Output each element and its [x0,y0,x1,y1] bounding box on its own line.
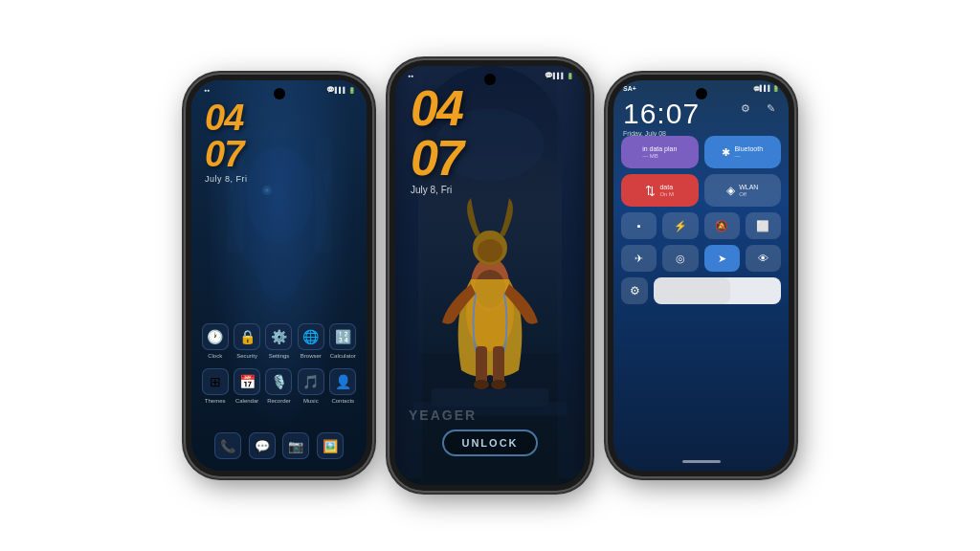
svg-rect-3 [315,138,332,253]
phone-1: ●● 💬 ▌▌▌ 🔋 04 07 July 8, Fri [186,75,372,476]
p3-screenshot-tile[interactable]: ⬜ [746,212,781,239]
bluetooth-icon: ✱ [722,146,730,159]
calendar-label: Calendar [235,398,258,404]
phone-3-screen: SA+ 💬 ▌▌▌ 🔋 16:07 Friday, July 08 ⚙ ✎ [613,80,789,471]
browser-label: Browser [301,353,322,359]
p2-date: July 8, Fri [411,185,462,195]
camera-indicator: ●● [203,86,211,94]
p3-small-row-2: ✈ ◎ ➤ 👁 [621,245,781,272]
browser-icon: 🌐 [298,323,324,350]
wifi-icon: ◈ [726,184,735,197]
p2-unlock-button[interactable]: UNLOCK [442,430,538,456]
p3-status-bar: SA+ 💬 ▌▌▌ 🔋 [613,84,789,92]
contacts-icon: 👤 [329,368,356,395]
p3-bluetooth-label: Bluetooth [734,145,763,153]
p2-camera-indicator: ●● [407,72,414,79]
p2-status-bar: ●● 💬 ▌▌▌ 🔋 [395,72,585,79]
p3-location-tile[interactable]: ➤ [704,245,740,272]
p3-square-icon-tile[interactable]: ▪ [621,212,657,239]
signal-icon: ▌▌▌ [337,86,345,94]
p3-brightness-fill [654,277,730,304]
p1-app-themes[interactable]: ⊞ Themes [202,368,229,404]
p1-app-calculator[interactable]: 🔢 Calculator [329,323,356,359]
clock-label: Clock [208,353,222,359]
p3-wlan-tile[interactable]: ◈ WLAN Off [704,174,782,207]
recorder-label: Recorder [267,398,291,404]
dock-phone-icon[interactable]: 📞 [214,432,241,459]
p1-app-music[interactable]: 🎵 Music [298,368,324,404]
p3-wlan-sublabel: Off [739,191,758,197]
p3-flashlight-tile[interactable]: ⚡ [662,212,698,239]
settings-label: Settings [269,353,290,359]
p1-app-security[interactable]: 🔒 Security [234,323,260,359]
p1-time-widget: 04 07 July 8, Fri [205,99,248,184]
p1-icon-row-1: 🕐 Clock 🔒 Security ⚙️ Settings 🌐 [199,323,359,359]
p1-date: July 8, Fri [205,174,248,184]
p3-eye-tile[interactable]: 👁 [746,245,781,272]
p1-status-right: 💬 ▌▌▌ 🔋 [326,86,355,94]
p3-bluetooth-tile[interactable]: ✱ Bluetooth — [704,136,782,168]
p1-app-recorder[interactable]: 🎙️ Recorder [265,368,292,404]
svg-rect-17 [493,346,504,385]
calculator-icon: 🔢 [329,323,356,350]
phone-2-screen: ●● 💬 ▌▌▌ 🔋 04 07 July 8, Fri YEAGER [395,66,585,485]
music-label: Music [303,398,319,404]
p2-hour: 04 [411,83,462,133]
recorder-icon: 🎙️ [265,368,292,395]
p1-status-left: ●● [203,86,211,94]
p1-app-contacts[interactable]: 👤 Contacts [329,368,356,404]
p3-gear-top-icon[interactable]: ⚙ [737,99,754,117]
phone-1-screen: ●● 💬 ▌▌▌ 🔋 04 07 July 8, Fri [191,80,367,471]
p2-status-left: ●● [407,72,414,79]
music-icon: 🎵 [298,368,324,395]
svg-point-15 [478,239,502,262]
p3-bluetooth-sublabel: — [734,153,763,159]
phone-2: ●● 💬 ▌▌▌ 🔋 04 07 July 8, Fri YEAGER [390,60,590,491]
p3-brightness-slider[interactable] [654,277,781,304]
p3-mute-tile[interactable]: 🔕 [704,212,740,239]
p3-settings-tile[interactable]: ⚙ [621,277,648,304]
p3-qs-row-1: in data plan — MB ✱ Bluetooth — [621,136,781,168]
p3-data-plan-tile[interactable]: in data plan — MB [621,136,699,168]
p3-focus-tile[interactable]: ◎ [662,245,698,272]
p1-icons-grid: 🕐 Clock 🔒 Security ⚙️ Settings 🌐 [191,323,367,413]
p2-minute: 07 [411,133,462,183]
p3-edit-top-icon[interactable]: ✎ [762,99,779,117]
svg-rect-16 [476,346,487,385]
p1-app-browser[interactable]: 🌐 Browser [298,323,324,359]
p3-brightness-row: ⚙ [621,277,781,304]
calculator-label: Calculator [330,353,356,359]
dock-gallery-icon[interactable]: 🖼️ [317,432,344,459]
contacts-label: Contacts [331,398,354,404]
p3-home-indicator[interactable] [682,460,721,463]
p3-data-plan-sublabel: — MB [642,153,677,159]
p3-signal-icon: ▌▌▌ [762,84,769,92]
p1-app-settings[interactable]: ⚙️ Settings [265,323,292,359]
settings-icon: ⚙️ [265,323,292,350]
phone-3: SA+ 💬 ▌▌▌ 🔋 16:07 Friday, July 08 ⚙ ✎ [608,75,794,476]
dock-sms-icon[interactable]: 💬 [249,432,276,459]
svg-point-19 [491,380,506,389]
p1-app-clock[interactable]: 🕐 Clock [202,323,229,359]
p3-time-display: 16:07 Friday, July 08 [623,98,700,137]
p2-unlock-label: UNLOCK [461,437,518,449]
clock-icon: 🕐 [202,323,229,350]
p3-airplane-tile[interactable]: ✈ [621,245,657,272]
p3-data-plan-label: in data plan [642,145,677,153]
p3-data-tile[interactable]: ⇅ data On M [621,174,699,207]
p1-app-calendar[interactable]: 📅 Calendar [234,368,260,404]
p2-signal-icon: ▌▌▌ [555,72,563,79]
p3-qs-row-2: ⇅ data On M ◈ WLAN Off [621,174,781,207]
dock-camera-icon[interactable]: 📷 [282,432,309,459]
themes-label: Themes [205,398,226,404]
p2-battery-icon: 🔋 [566,72,573,79]
p3-clock: 16:07 [623,98,700,130]
svg-point-18 [474,380,489,389]
p2-watermark: YEAGER [409,408,477,423]
security-icon: 🔒 [234,323,260,350]
p1-minute: 07 [205,136,248,172]
p1-dock: 📞 💬 📷 🖼️ [191,432,367,459]
p2-time-widget: 04 07 July 8, Fri [411,83,462,195]
themes-icon: ⊞ [202,368,229,395]
p3-data-label: data [659,184,674,191]
